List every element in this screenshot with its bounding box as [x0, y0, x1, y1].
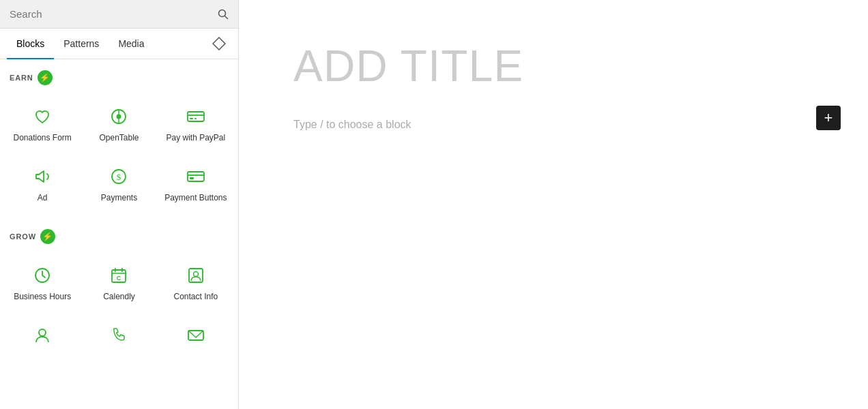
tab-blocks[interactable]: Blocks: [7, 29, 54, 59]
block-placeholder-text[interactable]: Type / to choose a block: [293, 119, 813, 131]
block-paypal-label: Pay with PayPal: [166, 133, 225, 144]
calendly-icon: C: [108, 264, 130, 286]
block-payments[interactable]: $ Payments: [82, 156, 156, 213]
clock-icon: [31, 264, 53, 286]
block-contact-info-label: Contact Info: [173, 292, 218, 303]
payments-icon: $: [108, 166, 130, 187]
block-paypal[interactable]: Pay with PayPal: [159, 96, 233, 153]
svg-rect-14: [190, 177, 194, 179]
sidebar: Blocks Patterns Media EARN ⚡ Donations F…: [0, 0, 239, 409]
block-ad-label: Ad: [38, 193, 48, 204]
block-ad[interactable]: Ad: [5, 156, 79, 213]
block-phone[interactable]: [82, 315, 156, 361]
main-content: ADD TITLE Type / to choose a block +: [239, 0, 868, 409]
svg-text:C: C: [117, 275, 121, 282]
block-calendly-label: Calendly: [103, 292, 135, 303]
svg-rect-9: [194, 118, 197, 119]
add-block-button[interactable]: +: [816, 106, 841, 130]
block-donations-form[interactable]: Donations Form: [5, 96, 79, 153]
megaphone-icon: [31, 166, 53, 187]
payment-buttons-icon: [185, 166, 207, 187]
person-icon: [31, 324, 53, 346]
earn-section-label: EARN ⚡: [0, 59, 238, 91]
block-calendly[interactable]: C Calendly: [82, 255, 156, 312]
earn-blocks-grid: Donations Form OpenTable: [0, 91, 238, 218]
svg-line-1: [225, 16, 228, 18]
svg-rect-6: [188, 112, 204, 121]
block-payment-buttons[interactable]: Payment Buttons: [159, 156, 233, 213]
block-envelope[interactable]: [159, 315, 233, 361]
block-payment-buttons-label: Payment Buttons: [164, 193, 227, 204]
svg-rect-12: [188, 172, 204, 181]
svg-rect-8: [190, 118, 193, 119]
block-payments-label: Payments: [101, 193, 137, 204]
svg-point-23: [39, 329, 46, 336]
grow-badge: ⚡: [40, 229, 55, 244]
paypal-icon: [185, 106, 207, 127]
phone-icon: [108, 324, 130, 346]
tab-patterns[interactable]: Patterns: [54, 29, 108, 59]
contact-icon: [185, 264, 207, 286]
svg-marker-2: [213, 37, 225, 50]
opentable-icon: [108, 106, 130, 127]
svg-text:$: $: [117, 172, 121, 182]
grow-blocks-grid: Business Hours C Calendly: [0, 249, 238, 367]
page-title[interactable]: ADD TITLE: [293, 41, 813, 91]
earn-badge: ⚡: [38, 70, 53, 85]
block-donations-form-label: Donations Form: [13, 133, 71, 144]
search-icon: [218, 9, 229, 20]
tabs-bar: Blocks Patterns Media: [0, 29, 238, 59]
block-business-hours[interactable]: Business Hours: [5, 255, 79, 312]
block-contact-info[interactable]: Contact Info: [159, 255, 233, 312]
grow-section-label: GROW ⚡: [0, 218, 238, 249]
block-opentable-label: OpenTable: [99, 133, 139, 144]
tab-media[interactable]: Media: [108, 29, 154, 59]
block-business-hours-label: Business Hours: [14, 292, 71, 303]
envelope-icon: [185, 324, 207, 346]
svg-point-22: [193, 272, 198, 277]
search-bar: [0, 0, 238, 29]
search-input[interactable]: [10, 8, 212, 20]
block-person[interactable]: [5, 315, 79, 361]
diamond-icon[interactable]: [207, 31, 231, 56]
block-opentable[interactable]: OpenTable: [82, 96, 156, 153]
heart-icon: [31, 106, 53, 127]
